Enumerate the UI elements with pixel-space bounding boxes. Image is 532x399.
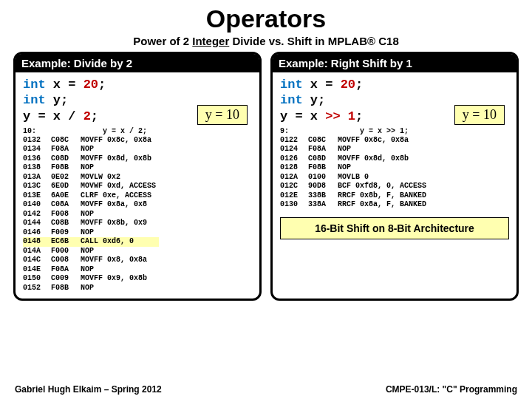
result-box-right: y = 10 xyxy=(454,105,505,125)
asm-row: 013C6E0DMOVWF 0xd, ACCESS xyxy=(23,182,159,191)
subtitle-pre: Power of 2 xyxy=(133,35,192,47)
asm-row: 012E338BRRCF 0x8b, F, BANKED xyxy=(280,191,429,201)
num-literal: 20 xyxy=(83,78,98,92)
src-expr: y = x >> 1; xyxy=(360,127,409,135)
asm-row: 014AF000NOP xyxy=(23,247,159,256)
kw-int: int xyxy=(23,93,46,107)
asm-row: 0122C08CMOVFF 0x8c, 0x8a xyxy=(280,136,429,146)
asm-row: 014CC008MOVFF 0x8, 0x8a xyxy=(23,256,159,265)
asm-listing-left: 0132C08CMOVFF 0x8c, 0x8a0134F08ANOP0136C… xyxy=(23,136,159,293)
asm-row: 0142F008NOP xyxy=(23,210,159,219)
asm-row: 0150C009MOVFF 0x9, 0x8b xyxy=(23,274,159,284)
asm-listing-right: 0122C08CMOVFF 0x8c, 0x8a0124F08ANOP0126C… xyxy=(280,136,429,210)
panel-shift-code: int x = 20; int y; y = x >> 1; y = 10 xyxy=(280,77,509,124)
asm-row: 0130338ARRCF 0x8a, F, BANKED xyxy=(280,200,429,210)
kw-int: int xyxy=(280,78,303,92)
asm-row: 0140C08AMOVFF 0x8a, 0x8 xyxy=(23,200,159,210)
panel-divide: Example: Divide by 2 int x = 20; int y; … xyxy=(13,52,262,301)
asm-row: 0126C08DMOVFF 0x8d, 0x8b xyxy=(280,154,429,164)
asm-row: 012C90D8BCF 0xfd8, 0, ACCESS xyxy=(280,182,429,191)
footer-author: Gabriel Hugh Elkaim – Spring 2012 xyxy=(15,384,162,395)
subtitle-underline: Integer xyxy=(192,35,229,47)
num-literal: 1 xyxy=(348,109,355,123)
kw-int: int xyxy=(280,93,303,107)
footer: Gabriel Hugh Elkaim – Spring 2012 CMPE-0… xyxy=(0,384,532,395)
asm-row: 0138F08BNOP xyxy=(23,163,159,173)
code-text: x = xyxy=(303,78,341,92)
code-text: y = x xyxy=(280,109,325,123)
asm-row: 012A0100MOVLB 0 xyxy=(280,173,429,183)
asm-row: 014EF08ANOP xyxy=(23,265,159,275)
panel-shift-header: Example: Right Shift by 1 xyxy=(273,54,516,72)
asm-row: 0124F08ANOP xyxy=(280,145,429,154)
code-text: y; xyxy=(303,93,326,107)
src-label: 10: xyxy=(23,127,36,135)
asm-source-line-right: 9: y = x >> 1; xyxy=(280,127,509,135)
src-expr: y = x / 2; xyxy=(103,127,147,135)
subtitle-post: Divide vs. Shift in MPLAB® C18 xyxy=(229,35,398,47)
asm-row: 0144C08BMOVFF 0x8b, 0x9 xyxy=(23,219,159,228)
asm-source-line-left: 10: y = x / 2; xyxy=(23,127,252,135)
panel-divide-code: int x = 20; int y; y = x / 2; y = 10 xyxy=(23,77,252,124)
asm-row: 0146F009NOP xyxy=(23,228,159,238)
kw-int: int xyxy=(23,78,46,92)
asm-row: 0132C08CMOVFF 0x8c, 0x8a xyxy=(23,136,159,146)
page-subtitle: Power of 2 Integer Divide vs. Shift in M… xyxy=(0,35,532,47)
result-box-left: y = 10 xyxy=(197,105,248,125)
asm-row: 0152F08BNOP xyxy=(23,284,159,293)
asm-row: 013E6A0ECLRF 0xe, ACCESS xyxy=(23,191,159,201)
code-text: x = xyxy=(46,78,83,92)
asm-row: 0128F08BNOP xyxy=(280,163,429,173)
num-literal: 2 xyxy=(83,109,91,123)
src-label: 9: xyxy=(280,127,289,135)
asm-row: 0136C08DMOVFF 0x8d, 0x8b xyxy=(23,154,159,164)
architecture-note: 16-Bit Shift on 8-Bit Architecture xyxy=(280,217,509,239)
asm-row: 0134F08ANOP xyxy=(23,145,159,154)
footer-course: CMPE-013/L: "C" Programming xyxy=(386,384,517,395)
num-literal: 20 xyxy=(341,78,355,92)
page-title: Operators xyxy=(0,4,532,33)
code-text: y = x / xyxy=(23,109,83,123)
panel-divide-header: Example: Divide by 2 xyxy=(16,54,259,72)
asm-row: 013A0E02MOVLW 0x2 xyxy=(23,173,159,183)
panel-row: Example: Divide by 2 int x = 20; int y; … xyxy=(0,52,532,301)
op-shift: >> xyxy=(325,109,340,123)
panel-shift: Example: Right Shift by 1 int x = 20; in… xyxy=(270,52,519,301)
asm-row: 0148EC6BCALL 0xd6, 0 xyxy=(23,237,159,247)
code-text xyxy=(341,109,348,123)
code-text: y; xyxy=(46,93,69,107)
